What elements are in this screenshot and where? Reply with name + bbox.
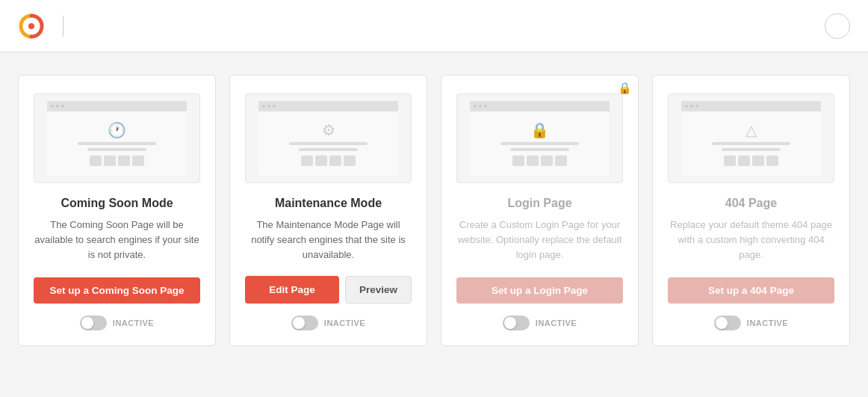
- card-title-coming-soon: Coming Soon Mode: [61, 197, 173, 210]
- mock-blocks: [724, 156, 778, 166]
- toggle-knob-coming-soon: [81, 317, 93, 329]
- toggle-knob-404: [716, 317, 728, 329]
- mock-icon: 🔒: [530, 121, 549, 139]
- browser-content: 🕐: [47, 111, 187, 176]
- browser-mock: 🕐: [47, 101, 187, 176]
- browser-dot-1: [262, 105, 265, 108]
- mock-icon: 🕐: [108, 121, 126, 139]
- toggle-knob-maintenance: [293, 317, 305, 329]
- mock-block-4: [555, 156, 567, 166]
- preview-inner: 🕐: [47, 101, 187, 176]
- browser-content: 🔒: [470, 111, 610, 176]
- toggle-row-login: INACTIVE: [503, 316, 577, 330]
- browser-dot-1: [51, 105, 54, 108]
- browser-dot-1: [685, 105, 688, 108]
- mock-line-1: [78, 142, 157, 145]
- browser-mock: ⚙: [258, 101, 399, 176]
- mock-line-1: [500, 142, 580, 145]
- mock-block-3: [752, 156, 764, 166]
- preview-image-login: 🔒: [456, 93, 623, 183]
- mock-block-1: [301, 156, 313, 166]
- browser-bar: [47, 101, 187, 111]
- header: [0, 0, 868, 52]
- seedprod-logo-icon: [18, 13, 45, 40]
- browser-dot-2: [56, 105, 59, 108]
- header-left: [18, 13, 75, 40]
- browser-dot-3: [273, 105, 276, 108]
- browser-dot-3: [61, 105, 64, 108]
- card-title-404: 404 Page: [725, 197, 777, 210]
- card-404: △ 404 Page Replace your default theme 40…: [652, 75, 850, 346]
- toggle-404[interactable]: [714, 316, 741, 330]
- toggle-row-maintenance: INACTIVE: [291, 316, 365, 330]
- help-button[interactable]: [825, 13, 850, 39]
- cards-container: 🕐 Coming Soon Mode The Coming Soon Page …: [18, 75, 850, 346]
- secondary-button-maintenance[interactable]: Preview: [345, 276, 412, 304]
- preview-inner: ⚙: [258, 101, 399, 176]
- browser-dot-2: [267, 105, 270, 108]
- mock-line-2: [299, 148, 358, 151]
- preview-image-maintenance: ⚙: [245, 93, 412, 183]
- primary-button-maintenance[interactable]: Edit Page: [245, 276, 339, 304]
- card-title-login: Login Page: [507, 197, 571, 210]
- browser-content: △: [681, 111, 822, 176]
- toggle-label-login: INACTIVE: [536, 318, 577, 327]
- primary-button-coming-soon[interactable]: Set up a Coming Soon Page: [34, 277, 200, 304]
- mock-block-2: [527, 156, 539, 166]
- mock-block-1: [90, 156, 102, 166]
- toggle-coming-soon[interactable]: [80, 316, 107, 330]
- toggle-row-404: INACTIVE: [714, 316, 788, 330]
- toggle-label-404: INACTIVE: [747, 318, 788, 327]
- preview-inner: 🔒: [470, 101, 610, 176]
- card-desc-404: Replace your default theme 404 page with…: [668, 218, 834, 264]
- mock-block-4: [766, 156, 778, 166]
- mock-line-2: [87, 148, 146, 151]
- toggle-login[interactable]: [503, 316, 530, 330]
- browser-dot-3: [484, 105, 487, 108]
- mock-block-2: [315, 156, 327, 166]
- card-desc-maintenance: The Maintenance Mode Page will notify se…: [245, 218, 412, 262]
- browser-content: ⚙: [258, 111, 399, 176]
- card-maintenance: ⚙ Maintenance Mode The Maintenance Mode …: [229, 75, 427, 346]
- mock-blocks: [512, 156, 567, 166]
- mock-block-3: [329, 156, 341, 166]
- mock-block-4: [132, 156, 144, 166]
- mock-block-1: [512, 156, 524, 166]
- card-title-maintenance: Maintenance Mode: [275, 197, 382, 210]
- browser-dot-3: [695, 105, 698, 108]
- primary-button-login[interactable]: Set up a Login Page: [456, 277, 623, 304]
- mock-line-2: [722, 148, 781, 151]
- mock-line-1: [289, 142, 368, 145]
- preview-image-coming-soon: 🕐: [34, 93, 200, 183]
- header-divider: [63, 16, 63, 37]
- mock-line-2: [510, 148, 569, 151]
- toggle-maintenance[interactable]: [291, 316, 318, 330]
- browser-mock: 🔒: [470, 101, 610, 176]
- mock-block-3: [118, 156, 130, 166]
- browser-dot-2: [479, 105, 482, 108]
- toggle-label-coming-soon: INACTIVE: [113, 318, 154, 327]
- preview-inner: △: [681, 101, 822, 176]
- toggle-row-coming-soon: INACTIVE: [80, 316, 154, 330]
- browser-mock: △: [681, 101, 822, 176]
- browser-dot-1: [474, 105, 477, 108]
- mock-block-2: [738, 156, 750, 166]
- mock-blocks: [301, 156, 356, 166]
- preview-image-404: △: [668, 93, 834, 183]
- card-desc-coming-soon: The Coming Soon Page will be available t…: [34, 218, 200, 264]
- logo: [18, 13, 51, 40]
- primary-button-404[interactable]: Set up a 404 Page: [668, 277, 834, 304]
- mock-blocks: [90, 156, 144, 166]
- svg-point-0: [28, 23, 34, 29]
- browser-bar: [470, 101, 610, 111]
- mock-block-1: [724, 156, 736, 166]
- toggle-label-maintenance: INACTIVE: [324, 318, 365, 327]
- card-desc-login: Create a Custom Login Page for your webs…: [456, 218, 623, 264]
- toggle-knob-login: [504, 317, 516, 329]
- browser-dot-2: [690, 105, 693, 108]
- main-content: 🕐 Coming Soon Mode The Coming Soon Page …: [0, 52, 868, 369]
- mock-line-1: [712, 142, 791, 145]
- browser-bar: [681, 101, 822, 111]
- mock-block-3: [541, 156, 553, 166]
- button-row: Edit Page Preview: [245, 276, 412, 304]
